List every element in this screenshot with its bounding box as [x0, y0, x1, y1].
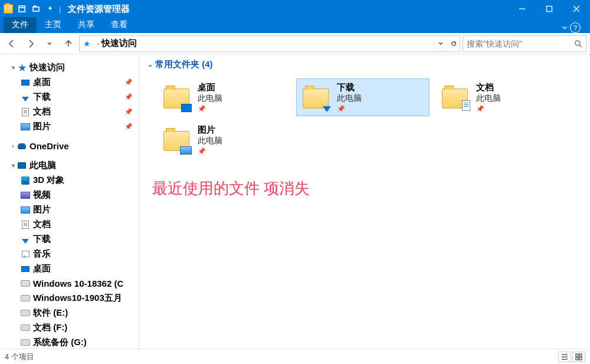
tree-downloads[interactable]: 下载📌 — [0, 90, 139, 104]
expand-icon[interactable]: ▾ — [9, 162, 17, 169]
picture-icon — [21, 206, 30, 214]
pc-icon — [18, 162, 26, 169]
picture-overlay-icon — [180, 146, 192, 155]
folder-tile-downloads[interactable]: 下载此电脑📌 — [296, 78, 430, 116]
tab-share[interactable]: 共享 — [70, 17, 103, 33]
qat-properties-icon[interactable] — [17, 4, 27, 14]
tab-file[interactable]: 文件 — [4, 17, 37, 33]
app-icon — [4, 4, 13, 14]
ribbon-expand-icon[interactable] — [562, 24, 568, 32]
download-icon — [22, 97, 29, 101]
folder-tile-pictures[interactable]: 图片此电脑📌 — [157, 121, 290, 159]
close-button[interactable] — [563, 0, 590, 18]
3d-icon — [21, 176, 30, 185]
tree-quick-access[interactable]: ▾ ★ 快速访问 — [0, 60, 139, 75]
pin-icon: 📌 — [124, 93, 133, 101]
folder-icon — [303, 88, 329, 109]
drive-icon — [21, 324, 30, 331]
qat-newfolder-icon[interactable] — [31, 4, 41, 14]
search-box[interactable] — [463, 35, 586, 52]
tree-this-pc[interactable]: ▾此电脑 — [0, 158, 139, 173]
tree-videos[interactable]: 视频 — [0, 188, 139, 202]
folder-tile-documents[interactable]: 文档此电脑📌 — [435, 78, 569, 116]
pin-icon: 📌 — [124, 108, 133, 116]
star-icon: ★ — [18, 63, 26, 73]
desktop-icon — [21, 80, 30, 86]
search-icon — [574, 40, 582, 48]
nav-tree[interactable]: ▾ ★ 快速访问 桌面📌 下载📌 文档📌 图片📌 ›OneDrive ▾此电脑 … — [0, 54, 139, 349]
svg-rect-7 — [579, 358, 582, 360]
breadcrumb-current[interactable]: 快速访问 — [101, 38, 137, 49]
nav-up-button[interactable] — [60, 35, 77, 52]
tree-downloads-pc[interactable]: 下载 — [0, 232, 139, 247]
drive-icon — [21, 280, 30, 287]
pin-icon: 📌 — [337, 105, 362, 113]
tree-drive-e[interactable]: 软件 (E:) — [0, 306, 139, 320]
nav-forward-button[interactable] — [22, 35, 39, 52]
tree-desktop-pc[interactable]: 桌面 — [0, 261, 139, 276]
svg-point-3 — [575, 41, 580, 45]
pin-icon: 📌 — [198, 147, 222, 155]
tree-3d-objects[interactable]: 3D 对象 — [0, 173, 139, 188]
expand-icon[interactable]: ▾ — [9, 64, 17, 71]
tree-drive-c[interactable]: Windows 10-18362 (C — [0, 276, 139, 291]
document-icon — [22, 108, 29, 116]
svg-rect-5 — [579, 354, 582, 356]
address-history-button[interactable] — [434, 36, 447, 51]
qat-customize-icon[interactable] — [45, 4, 55, 14]
address-bar[interactable]: ★ › 快速访问 — [79, 35, 460, 52]
music-icon — [22, 251, 30, 257]
status-bar: 4 个项目 — [0, 349, 590, 364]
download-icon — [22, 239, 29, 244]
nav-back-button[interactable] — [4, 35, 20, 52]
tree-pictures-pc[interactable]: 图片 — [0, 202, 139, 217]
drive-icon — [21, 310, 30, 316]
picture-icon — [21, 123, 30, 130]
pin-icon: 📌 — [124, 123, 133, 130]
window-title: 文件资源管理器 — [68, 4, 130, 15]
title-bar: | 文件资源管理器 — [0, 0, 590, 18]
svg-rect-1 — [33, 7, 39, 11]
tree-drive-g[interactable]: 系统备份 (G:) — [0, 335, 139, 349]
help-icon[interactable]: ? — [570, 22, 581, 33]
tab-view[interactable]: 查看 — [103, 17, 136, 33]
pin-icon: 📌 — [476, 105, 501, 113]
group-header[interactable]: ⌄ 常用文件夹 (4) — [148, 59, 582, 70]
download-overlay-icon — [323, 106, 331, 112]
pin-icon: 📌 — [124, 78, 133, 86]
tree-music[interactable]: 音乐 — [0, 247, 139, 261]
document-overlay-icon — [462, 100, 470, 111]
video-icon — [21, 192, 30, 199]
tree-drive-d[interactable]: Windows10-1903五月 — [0, 291, 139, 306]
view-icons-button[interactable] — [572, 352, 585, 362]
chevron-down-icon[interactable]: ⌄ — [148, 61, 153, 68]
refresh-button[interactable] — [447, 36, 460, 51]
tree-documents-pc[interactable]: 文档 — [0, 217, 139, 232]
tab-home[interactable]: 主页 — [37, 17, 70, 33]
search-input[interactable] — [467, 39, 574, 48]
onedrive-icon — [18, 143, 26, 149]
drive-icon — [21, 295, 30, 301]
view-details-button[interactable] — [558, 352, 571, 362]
drive-icon — [21, 339, 30, 346]
desktop-icon — [21, 266, 30, 272]
tree-documents[interactable]: 文档📌 — [0, 104, 139, 119]
svg-rect-0 — [19, 6, 25, 12]
tree-pictures[interactable]: 图片📌 — [0, 119, 139, 134]
ribbon-tabs: 文件 主页 共享 查看 ? — [0, 18, 590, 33]
tree-drive-f[interactable]: 文档 (F:) — [0, 320, 139, 335]
folder-tile-desktop[interactable]: 桌面此电脑📌 — [157, 78, 290, 116]
tree-onedrive[interactable]: ›OneDrive — [0, 139, 139, 153]
expand-icon[interactable]: › — [9, 143, 17, 149]
desktop-overlay-icon — [181, 104, 192, 112]
chevron-right-icon[interactable]: › — [97, 40, 99, 47]
svg-rect-4 — [576, 354, 578, 356]
maximize-button[interactable] — [536, 0, 563, 18]
minimize-button[interactable] — [509, 0, 536, 18]
document-icon — [22, 221, 29, 229]
quick-access-star-icon: ★ — [83, 39, 91, 48]
nav-recent-button[interactable] — [41, 35, 58, 52]
svg-rect-6 — [576, 358, 578, 360]
tree-desktop[interactable]: 桌面📌 — [0, 75, 139, 90]
annotation-text: 最近使用的文件 项消失 — [152, 178, 310, 199]
